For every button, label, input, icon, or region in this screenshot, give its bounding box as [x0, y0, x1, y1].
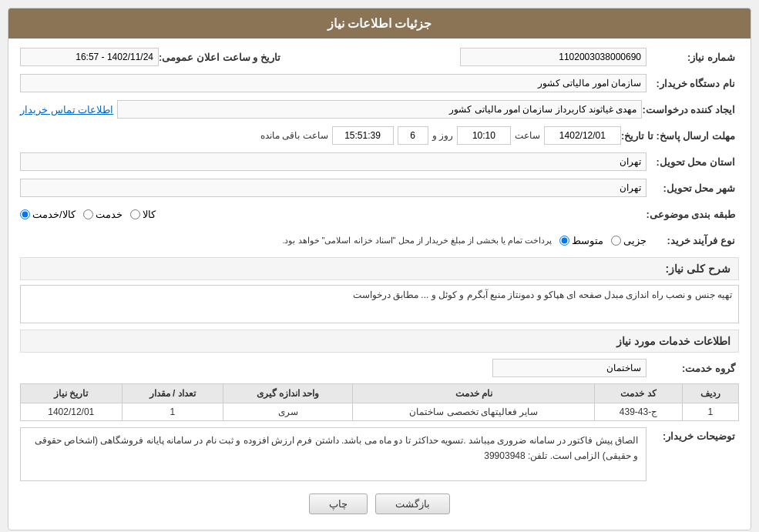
tabaqe-kala-khedmat-label: کالا/خدمت [32, 209, 76, 220]
mohlat-label: مهلت ارسال پاسخ: تا تاریخ: [621, 130, 739, 142]
tabaqe-kala-khedmat[interactable]: کالا/خدمت [20, 209, 76, 220]
shomara-label: شماره نیاز: [646, 52, 739, 63]
col-radif: ردیف [682, 384, 738, 403]
col-kod: کد خدمت [595, 384, 682, 403]
nam-dastgah-input [20, 74, 646, 92]
services-table: ردیف کد خدمت نام خدمت واحد اندازه گیری ت… [20, 383, 739, 421]
col-tedad: تعداد / مقدار [122, 384, 223, 403]
nam-dastgah-label: نام دستگاه خریدار: [646, 78, 739, 89]
nooe-jozi[interactable]: جزیی [611, 235, 646, 246]
shahr-label: شهر محل تحویل: [646, 182, 739, 194]
tabaqe-khedmat-label: خدمت [96, 209, 123, 220]
baqi-label: ساعت باقی مانده [257, 130, 332, 141]
tarikh-input [20, 48, 159, 66]
mohlat-saat-input [457, 126, 511, 145]
table-row: 1ج-43-439سایر فعالیتهای تخصصی ساختمانسری… [21, 403, 739, 421]
ijad-input [117, 100, 642, 119]
khadamat-header: اطلاعات خدمات مورد نیاز [20, 330, 739, 353]
nooe-motavasset-label: متوسط [572, 235, 603, 246]
shahr-input [20, 179, 646, 197]
contact-link[interactable]: اطلاعات تماس خریدار [20, 104, 113, 115]
tabaqe-kala-label: کالا [143, 209, 156, 220]
nooe-label: نوع فرآیند خرید: [646, 235, 739, 246]
goroh-label: گروه خدمت: [646, 363, 739, 374]
mohlat-date-input [544, 126, 621, 145]
shomara-input [460, 48, 646, 66]
tabaqe-khedmat[interactable]: خدمت [83, 209, 123, 220]
sharh-textarea: تهیه جنس و نصب راه اندازی مبدل صفحه ای ه… [20, 285, 739, 323]
col-vahed: واحد اندازه گیری [223, 384, 352, 403]
sharh-section-header: شرح کلی نیاز: [20, 257, 739, 280]
ijad-label: ایجاد کننده درخواست: [642, 104, 739, 115]
tabaqe-radiogroup: کالا خدمت کالا/خدمت [20, 209, 646, 220]
tafsilat-label: توضیحات خریدار: [646, 427, 739, 442]
tafsilat-box: الصاق پیش فاکتور در سامانه ضروری میباشد … [20, 427, 646, 481]
ostan-label: استان محل تحویل: [646, 156, 739, 168]
mohlat-baqi-input [332, 126, 394, 145]
col-nam: نام خدمت [353, 384, 595, 403]
page-title: جزئیات اطلاعات نیاز [8, 8, 751, 38]
tabaqe-label: طبقه بندی موضوعی: [646, 209, 739, 220]
back-button[interactable]: بازگشت [375, 494, 450, 514]
ostan-input [20, 152, 646, 171]
mohlat-rooz-input [398, 126, 428, 145]
nooe-motavasset[interactable]: متوسط [559, 235, 603, 246]
rooz-label: روز و [428, 130, 457, 141]
nooe-jozi-label: جزیی [623, 235, 646, 246]
nooe-description: پرداخت تمام یا بخشی از مبلغ خریدار از مح… [20, 236, 552, 246]
print-button[interactable]: چاپ [309, 494, 368, 514]
goroh-input [492, 359, 646, 377]
col-tarikh: تاریخ نیاز [21, 384, 123, 403]
tabaqe-kala[interactable]: کالا [130, 209, 156, 220]
saat-label: ساعت [511, 130, 544, 141]
tarikh-label: تاریخ و ساعت اعلان عمومی: [159, 52, 284, 63]
